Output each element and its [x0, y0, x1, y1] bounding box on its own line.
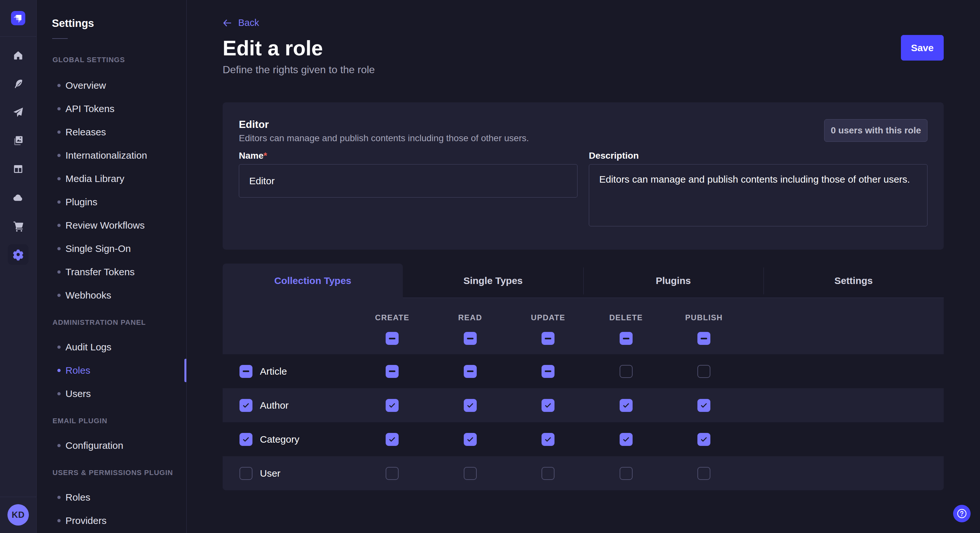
rail-item-home[interactable] [8, 45, 29, 66]
main-content: Back Edit a role Save Define the rights … [187, 0, 980, 533]
column-label: DELETE [609, 313, 643, 322]
article-create-checkbox[interactable] [386, 365, 399, 378]
tab-plugins[interactable]: Plugins [583, 263, 764, 298]
feather-pen-icon [13, 78, 24, 89]
author-update-checkbox[interactable] [541, 399, 555, 412]
permission-cell [587, 467, 665, 480]
avatar[interactable]: KD [8, 504, 29, 525]
tab-settings[interactable]: Settings [764, 263, 944, 298]
row-label-cell: Author [223, 399, 353, 412]
article-delete-checkbox[interactable] [620, 365, 633, 378]
rail-item-media-library[interactable] [8, 130, 29, 151]
main-nav-rail: KD [0, 0, 37, 533]
page-title: Edit a role [223, 36, 323, 60]
check-icon [242, 401, 250, 409]
role-details-card: Editor Editors can manage and publish co… [223, 102, 944, 250]
subnav-item-webhooks[interactable]: Webhooks [37, 284, 186, 307]
subnav-section-list: OverviewAPI TokensReleasesInternationali… [37, 74, 186, 307]
rail-item-shopping-cart[interactable] [8, 216, 29, 236]
author-create-checkbox[interactable] [386, 399, 399, 412]
author-publish-checkbox[interactable] [697, 399, 710, 412]
article-read-checkbox[interactable] [464, 365, 477, 378]
indeterminate-dash-icon [389, 338, 395, 339]
subnav-item-plugins[interactable]: Plugins [37, 190, 186, 214]
subnav-item-api-tokens[interactable]: API Tokens [37, 97, 186, 121]
select-all-read-checkbox[interactable] [464, 332, 477, 345]
permission-cell [587, 365, 665, 378]
user-read-checkbox[interactable] [464, 467, 477, 480]
author-read-checkbox[interactable] [464, 399, 477, 412]
subnav-item-roles[interactable]: Roles [37, 486, 186, 509]
subnav-item-internationalization[interactable]: Internationalization [37, 144, 186, 167]
category-create-checkbox[interactable] [386, 433, 399, 446]
select-all-update-checkbox[interactable] [541, 332, 555, 345]
permissions-table-header: CREATEREADUPDATEDELETEPUBLISH [223, 298, 944, 354]
subnav-item-review-workflows[interactable]: Review Workflows [37, 214, 186, 237]
user-publish-checkbox[interactable] [697, 467, 710, 480]
article-publish-checkbox[interactable] [697, 365, 710, 378]
permissions-table: CREATEREADUPDATEDELETEPUBLISH ArticleAut… [223, 298, 944, 490]
column-label: PUBLISH [685, 313, 723, 322]
role-form: Name* Description Editors can manage and… [239, 151, 928, 226]
article-update-checkbox[interactable] [541, 365, 555, 378]
subnav-item-configuration[interactable]: Configuration [37, 434, 186, 457]
row-label-cell: User [223, 467, 353, 480]
media-library-icon [12, 135, 24, 146]
layout-icon [13, 163, 24, 174]
user-update-checkbox[interactable] [541, 467, 555, 480]
category-update-checkbox[interactable] [541, 433, 555, 446]
user-row-checkbox[interactable] [240, 467, 253, 480]
category-delete-checkbox[interactable] [620, 433, 633, 446]
rail-item-paper-plane[interactable] [8, 102, 29, 123]
subnav-item-overview[interactable]: Overview [37, 74, 186, 97]
subnav-item-roles[interactable]: Roles [37, 359, 186, 382]
rail-item-cloud[interactable] [8, 187, 29, 208]
category-row-checkbox[interactable] [240, 433, 253, 446]
permission-cell [509, 399, 587, 412]
author-delete-checkbox[interactable] [620, 399, 633, 412]
category-publish-checkbox[interactable] [697, 433, 710, 446]
user-delete-checkbox[interactable] [620, 467, 633, 480]
role-card-header: Editor Editors can manage and publish co… [239, 102, 928, 144]
page-subtitle: Define the rights given to the role [223, 63, 944, 76]
subnav-title-rule [52, 38, 68, 39]
strapi-logo-icon[interactable] [11, 11, 25, 25]
back-label: Back [238, 17, 259, 28]
permission-cell [431, 467, 509, 480]
select-all-create-checkbox[interactable] [386, 332, 399, 345]
description-label-text: Description [589, 151, 639, 160]
subnav-item-audit-logs[interactable]: Audit Logs [37, 335, 186, 359]
save-button[interactable]: Save [901, 35, 944, 60]
name-input[interactable] [239, 164, 578, 198]
permission-cell [353, 365, 431, 378]
back-link[interactable]: Back [223, 17, 259, 28]
name-field-group: Name* [239, 151, 578, 226]
tab-single-types[interactable]: Single Types [403, 263, 583, 298]
subnav-item-releases[interactable]: Releases [37, 121, 186, 144]
rail-item-gear[interactable] [8, 244, 29, 265]
subnav-item-single-sign-on[interactable]: Single Sign-On [37, 237, 186, 260]
select-all-publish-checkbox[interactable] [697, 332, 710, 345]
subnav-item-providers[interactable]: Providers [37, 509, 186, 532]
description-textarea[interactable]: Editors can manage and publish contents … [589, 164, 928, 226]
subnav-item-media-library[interactable]: Media Library [37, 167, 186, 190]
subnav-item-transfer-tokens[interactable]: Transfer Tokens [37, 260, 186, 284]
author-row-checkbox[interactable] [240, 399, 253, 412]
settings-subnav: Settings GLOBAL SETTINGSOverviewAPI Toke… [37, 0, 187, 533]
name-label-text: Name [239, 151, 264, 160]
help-button[interactable] [953, 505, 970, 522]
tab-collection-types[interactable]: Collection Types [223, 263, 403, 298]
rail-item-layout[interactable] [8, 159, 29, 179]
description-field-label: Description [589, 151, 928, 160]
category-read-checkbox[interactable] [464, 433, 477, 446]
rail-item-feather-pen[interactable] [8, 73, 29, 94]
subnav-item-users[interactable]: Users [37, 382, 186, 405]
permission-cell [431, 399, 509, 412]
permission-cell [509, 467, 587, 480]
permissions-card: Collection TypesSingle TypesPluginsSetti… [223, 263, 944, 490]
user-create-checkbox[interactable] [386, 467, 399, 480]
indeterminate-dash-icon [545, 370, 551, 372]
users-with-role-button[interactable]: 0 users with this role [824, 119, 928, 142]
article-row-checkbox[interactable] [240, 365, 253, 378]
select-all-delete-checkbox[interactable] [620, 332, 633, 345]
